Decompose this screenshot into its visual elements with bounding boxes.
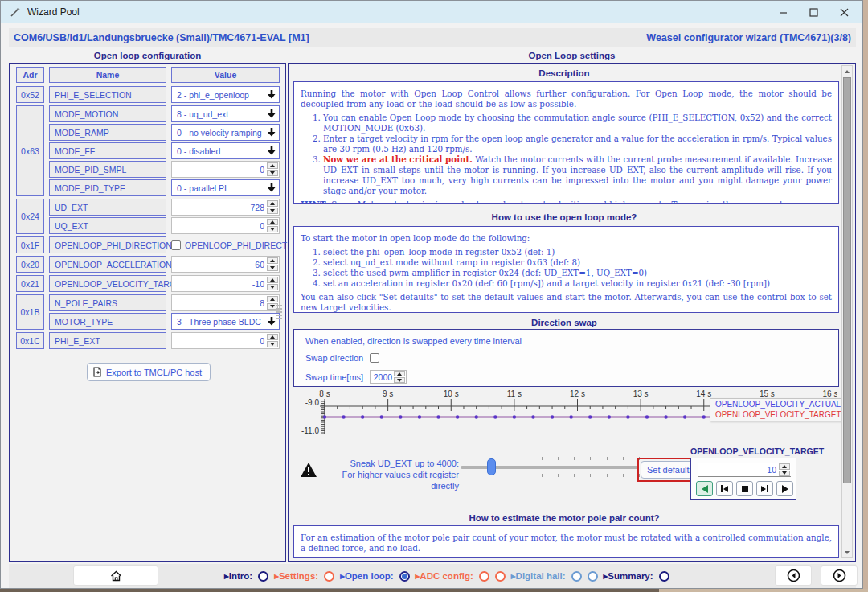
slider-tick (542, 457, 542, 460)
skip-end-button[interactable] (756, 481, 773, 496)
register-value-spinbox[interactable]: 728 (171, 199, 280, 216)
settings-scrollbar[interactable] (841, 65, 853, 558)
swap-time-down-button[interactable] (394, 377, 405, 383)
scrollbar-thumb[interactable] (843, 77, 851, 483)
spin-up-button[interactable] (267, 219, 278, 225)
wizard-step-radio[interactable] (495, 571, 506, 582)
wand-icon (10, 6, 21, 18)
play-button[interactable] (776, 481, 793, 496)
register-row: PHI_E_EXT0 (49, 332, 280, 349)
step-back-button[interactable] (696, 481, 713, 496)
wizard-step-radio[interactable] (258, 571, 268, 582)
svg-text:12 s: 12 s (570, 389, 585, 398)
usage-list-item: set an acceleration in register 0x20 (de… (323, 278, 832, 289)
wizard-footer: ▸Intro:▸Settings:▸Open loop:▸ADC config:… (9, 564, 856, 588)
spin-down-button[interactable] (267, 170, 278, 176)
slider-tick (542, 474, 542, 477)
register-value-spinbox[interactable]: 8 (171, 294, 280, 311)
velocity-chart: 8 s9 s10 s11 s12 s13 s14 s15 s16 s-9.0-1… (290, 388, 837, 445)
svg-text:13 s: 13 s (633, 389, 649, 398)
swap-direction-checkbox[interactable] (370, 353, 379, 363)
velocity-down-button[interactable] (779, 471, 790, 477)
register-value-checkbox[interactable] (171, 240, 181, 250)
velocity-up-button[interactable] (779, 463, 790, 470)
wizard-step-radio[interactable] (479, 571, 489, 582)
slider-tick (477, 474, 477, 477)
register-value-spinbox[interactable]: 0 (171, 161, 280, 178)
slider-tick (558, 474, 559, 477)
register-value-spinbox[interactable]: 0 (171, 332, 280, 349)
slider-tick (590, 474, 591, 477)
spin-up-button[interactable] (267, 257, 278, 264)
spin-down-button[interactable] (267, 226, 278, 232)
dropdown-arrow-icon (268, 128, 276, 137)
home-button[interactable] (73, 565, 158, 586)
register-value-dropdown[interactable]: 0 - parallel PI (171, 179, 280, 196)
register-row: OPENLOOP_VELOCITY_TARGET-10 (49, 275, 280, 292)
previous-page-button[interactable] (775, 565, 812, 586)
register-value-dropdown[interactable]: 3 - Three phase BLDC (171, 313, 280, 330)
description-list-item: Now we are at the critical point. Watch … (323, 154, 832, 196)
register-row-group: 0x1FOPENLOOP_PHI_DIRECTIONOPENLOOP_PHI_D… (16, 236, 280, 253)
usage-list: select the phi_open_loop mode in registe… (312, 247, 832, 289)
slider-tick (607, 457, 608, 460)
register-value-dropdown[interactable]: 0 - disabled (171, 142, 280, 159)
skip-start-button[interactable] (716, 481, 733, 496)
wizard-step-radio[interactable] (571, 571, 582, 582)
register-row: MODE_FF0 - disabled (49, 142, 280, 159)
circled-left-arrow-icon (787, 569, 800, 582)
description-list-item: Enter a target velocity in rpm for the o… (323, 134, 832, 154)
slider-tick (558, 457, 559, 460)
slider-tick (510, 474, 510, 477)
register-table-header: Adr Name Value (16, 67, 280, 83)
scroll-down-arrow[interactable] (842, 547, 852, 557)
register-adr-cell: 0x52 (16, 86, 44, 103)
close-button[interactable] (829, 1, 859, 23)
register-name-cell: UQ_EXT (49, 217, 166, 234)
spin-up-button[interactable] (267, 296, 278, 302)
right-panel-title: Open Loop settings (288, 51, 856, 60)
spin-down-button[interactable] (267, 284, 278, 290)
velocity-target-spinbox[interactable]: 10 (698, 463, 791, 477)
spin-up-button[interactable] (267, 277, 278, 283)
export-button[interactable]: Export to TMCL/PC host (87, 363, 211, 381)
swap-time-spinbox[interactable]: 2000 (370, 370, 407, 384)
svg-text:-9.0: -9.0 (305, 398, 320, 407)
register-row: MODE_RAMP0 - no velocity ramping (49, 124, 280, 141)
slider-tick (623, 457, 624, 460)
slider-tick (493, 457, 493, 460)
maximize-button[interactable] (798, 1, 829, 23)
swap-time-up-button[interactable] (394, 371, 405, 376)
table-scroll-grip[interactable] (276, 305, 282, 326)
minimize-button[interactable] (768, 1, 798, 23)
register-value-dropdown[interactable]: 2 - phi_e_openloop (171, 86, 280, 103)
stop-button[interactable] (736, 481, 753, 496)
next-page-button[interactable] (821, 565, 858, 586)
circled-right-arrow-icon (833, 569, 846, 582)
control-box-label: OPENLOOP_VELOCITY_TARGET (690, 446, 796, 456)
spin-up-button[interactable] (267, 334, 278, 340)
spin-up-button[interactable] (267, 162, 278, 169)
wizard-step-radio[interactable] (588, 571, 598, 582)
register-value-spinbox[interactable]: 0 (171, 217, 280, 234)
register-value-dropdown[interactable]: 8 - uq_ud_ext (171, 105, 280, 122)
wizard-title: Weasel configurator wizard (TMC4671)(3/8… (646, 32, 851, 43)
wizard-step-radio[interactable] (324, 571, 334, 582)
spin-down-button[interactable] (267, 341, 278, 347)
register-row: MODE_MOTION8 - uq_ud_ext (49, 105, 280, 122)
wizard-step-label: ▸Intro: (224, 570, 252, 582)
spin-down-button[interactable] (267, 265, 278, 271)
wizard-step-radio[interactable] (399, 571, 410, 582)
register-name-cell: N_POLE_PAIRS (49, 294, 166, 311)
spin-down-button[interactable] (267, 208, 278, 214)
register-value-dropdown[interactable]: 0 - no velocity ramping (171, 124, 280, 141)
spin-up-button[interactable] (267, 200, 278, 207)
register-value-spinbox[interactable]: -10 (171, 275, 280, 292)
wizard-step-radio[interactable] (659, 571, 669, 582)
scroll-up-arrow[interactable] (842, 66, 852, 76)
ud-ext-slider[interactable] (461, 454, 639, 480)
register-value-spinbox[interactable]: 60 (171, 256, 280, 273)
slider-tick (607, 474, 608, 477)
slider-handle[interactable] (487, 458, 496, 475)
section-title-usage: How to use the open loop mode? (289, 212, 840, 222)
